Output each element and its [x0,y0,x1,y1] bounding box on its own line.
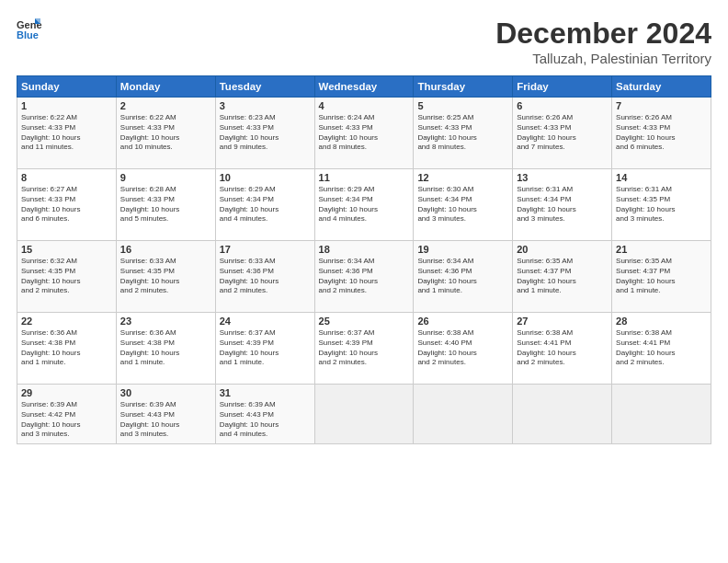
cell-info: Sunrise: 6:38 AM Sunset: 4:41 PM Dayligh… [616,328,707,368]
calendar-cell: 21Sunrise: 6:35 AM Sunset: 4:37 PM Dayli… [612,241,711,313]
calendar-cell [612,385,711,444]
col-header-tuesday: Tuesday [215,76,314,98]
calendar-cell: 26Sunrise: 6:38 AM Sunset: 4:40 PM Dayli… [414,313,513,385]
day-number: 20 [517,244,608,255]
calendar-cell: 8Sunrise: 6:27 AM Sunset: 4:33 PM Daylig… [17,169,117,241]
day-number: 31 [220,387,311,398]
calendar-cell [314,385,414,444]
day-number: 18 [319,244,410,255]
calendar-cell: 14Sunrise: 6:31 AM Sunset: 4:35 PM Dayli… [612,169,711,241]
cell-info: Sunrise: 6:39 AM Sunset: 4:43 PM Dayligh… [220,400,311,440]
day-number: 5 [417,100,508,111]
page-header: General Blue December 2024 Talluzah, Pal… [17,17,711,66]
cell-info: Sunrise: 6:39 AM Sunset: 4:42 PM Dayligh… [21,400,112,440]
day-number: 29 [21,387,112,398]
cell-info: Sunrise: 6:31 AM Sunset: 4:34 PM Dayligh… [517,185,608,224]
day-number: 10 [220,172,311,183]
col-header-sunday: Sunday [17,76,117,98]
calendar-cell: 28Sunrise: 6:38 AM Sunset: 4:41 PM Dayli… [612,313,711,385]
day-number: 3 [220,100,311,111]
cell-info: Sunrise: 6:37 AM Sunset: 4:39 PM Dayligh… [319,328,410,368]
calendar-cell: 20Sunrise: 6:35 AM Sunset: 4:37 PM Dayli… [513,241,612,313]
calendar-cell: 13Sunrise: 6:31 AM Sunset: 4:34 PM Dayli… [513,169,612,241]
calendar-cell: 16Sunrise: 6:33 AM Sunset: 4:35 PM Dayli… [116,241,215,313]
day-number: 7 [616,100,707,111]
day-number: 13 [517,172,608,183]
logo-icon: General Blue [17,17,42,42]
day-number: 26 [417,316,508,327]
day-number: 1 [21,100,112,111]
day-number: 14 [616,172,707,183]
cell-info: Sunrise: 6:39 AM Sunset: 4:43 PM Dayligh… [120,400,211,440]
week-row-4: 22Sunrise: 6:36 AM Sunset: 4:38 PM Dayli… [17,313,711,385]
col-header-saturday: Saturday [612,76,711,98]
calendar-cell: 1Sunrise: 6:22 AM Sunset: 4:33 PM Daylig… [17,98,117,169]
cell-info: Sunrise: 6:32 AM Sunset: 4:35 PM Dayligh… [21,257,112,296]
calendar-cell: 31Sunrise: 6:39 AM Sunset: 4:43 PM Dayli… [215,385,314,444]
cell-info: Sunrise: 6:35 AM Sunset: 4:37 PM Dayligh… [517,257,608,296]
cell-info: Sunrise: 6:33 AM Sunset: 4:36 PM Dayligh… [220,257,311,296]
calendar-cell: 22Sunrise: 6:36 AM Sunset: 4:38 PM Dayli… [17,313,117,385]
logo: General Blue [17,17,46,42]
week-row-5: 29Sunrise: 6:39 AM Sunset: 4:42 PM Dayli… [17,385,711,444]
day-number: 16 [120,244,211,255]
cell-info: Sunrise: 6:30 AM Sunset: 4:34 PM Dayligh… [417,185,508,224]
cell-info: Sunrise: 6:22 AM Sunset: 4:33 PM Dayligh… [120,113,211,153]
day-number: 9 [120,172,211,183]
cell-info: Sunrise: 6:38 AM Sunset: 4:40 PM Dayligh… [417,328,508,368]
calendar-table: SundayMondayTuesdayWednesdayThursdayFrid… [17,75,711,444]
cell-info: Sunrise: 6:33 AM Sunset: 4:35 PM Dayligh… [120,257,211,296]
day-number: 4 [319,100,410,111]
location-title: Talluzah, Palestinian Territory [495,51,711,66]
day-number: 2 [120,100,211,111]
calendar-cell: 29Sunrise: 6:39 AM Sunset: 4:42 PM Dayli… [17,385,117,444]
calendar-cell: 25Sunrise: 6:37 AM Sunset: 4:39 PM Dayli… [314,313,414,385]
day-number: 11 [319,172,410,183]
calendar-cell: 27Sunrise: 6:38 AM Sunset: 4:41 PM Dayli… [513,313,612,385]
cell-info: Sunrise: 6:26 AM Sunset: 4:33 PM Dayligh… [517,113,608,153]
cell-info: Sunrise: 6:26 AM Sunset: 4:33 PM Dayligh… [616,113,707,153]
calendar-cell [513,385,612,444]
week-row-2: 8Sunrise: 6:27 AM Sunset: 4:33 PM Daylig… [17,169,711,241]
cell-info: Sunrise: 6:34 AM Sunset: 4:36 PM Dayligh… [417,257,508,296]
calendar-cell: 17Sunrise: 6:33 AM Sunset: 4:36 PM Dayli… [215,241,314,313]
calendar-cell: 9Sunrise: 6:28 AM Sunset: 4:33 PM Daylig… [116,169,215,241]
cell-info: Sunrise: 6:23 AM Sunset: 4:33 PM Dayligh… [220,113,311,153]
day-number: 19 [417,244,508,255]
day-number: 24 [220,316,311,327]
calendar-cell: 18Sunrise: 6:34 AM Sunset: 4:36 PM Dayli… [314,241,414,313]
cell-info: Sunrise: 6:29 AM Sunset: 4:34 PM Dayligh… [220,185,311,224]
cell-info: Sunrise: 6:28 AM Sunset: 4:33 PM Dayligh… [120,185,211,224]
calendar-cell: 11Sunrise: 6:29 AM Sunset: 4:34 PM Dayli… [314,169,414,241]
day-number: 23 [120,316,211,327]
day-number: 8 [21,172,112,183]
day-number: 25 [319,316,410,327]
cell-info: Sunrise: 6:24 AM Sunset: 4:33 PM Dayligh… [319,113,410,153]
calendar-cell: 2Sunrise: 6:22 AM Sunset: 4:33 PM Daylig… [116,98,215,169]
cell-info: Sunrise: 6:29 AM Sunset: 4:34 PM Dayligh… [319,185,410,224]
day-number: 30 [120,387,211,398]
calendar-cell [414,385,513,444]
cell-info: Sunrise: 6:36 AM Sunset: 4:38 PM Dayligh… [21,328,112,368]
cell-info: Sunrise: 6:36 AM Sunset: 4:38 PM Dayligh… [120,328,211,368]
title-block: December 2024 Talluzah, Palestinian Terr… [495,17,711,66]
day-number: 15 [21,244,112,255]
day-number: 21 [616,244,707,255]
day-number: 17 [220,244,311,255]
cell-info: Sunrise: 6:31 AM Sunset: 4:35 PM Dayligh… [616,185,707,224]
cell-info: Sunrise: 6:38 AM Sunset: 4:41 PM Dayligh… [517,328,608,368]
day-number: 12 [417,172,508,183]
week-row-1: 1Sunrise: 6:22 AM Sunset: 4:33 PM Daylig… [17,98,711,169]
calendar-cell: 15Sunrise: 6:32 AM Sunset: 4:35 PM Dayli… [17,241,117,313]
calendar-cell: 30Sunrise: 6:39 AM Sunset: 4:43 PM Dayli… [116,385,215,444]
calendar-cell: 6Sunrise: 6:26 AM Sunset: 4:33 PM Daylig… [513,98,612,169]
cell-info: Sunrise: 6:22 AM Sunset: 4:33 PM Dayligh… [21,113,112,153]
week-row-3: 15Sunrise: 6:32 AM Sunset: 4:35 PM Dayli… [17,241,711,313]
calendar-cell: 23Sunrise: 6:36 AM Sunset: 4:38 PM Dayli… [116,313,215,385]
calendar-header-row: SundayMondayTuesdayWednesdayThursdayFrid… [17,76,711,98]
col-header-monday: Monday [116,76,215,98]
svg-text:Blue: Blue [17,29,39,40]
calendar-cell: 10Sunrise: 6:29 AM Sunset: 4:34 PM Dayli… [215,169,314,241]
col-header-thursday: Thursday [414,76,513,98]
col-header-friday: Friday [513,76,612,98]
